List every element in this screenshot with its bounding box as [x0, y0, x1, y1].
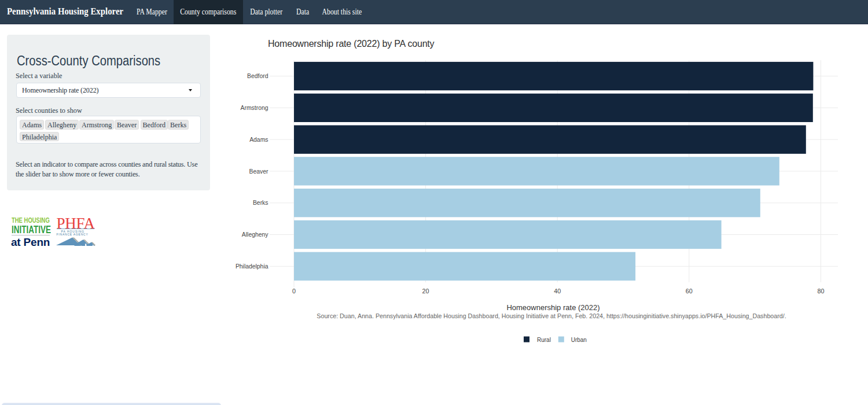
svg-text:Bedford: Bedford [247, 73, 269, 79]
svg-text:60: 60 [686, 288, 693, 294]
svg-text:0: 0 [292, 288, 296, 294]
svg-text:Beaver: Beaver [249, 168, 269, 175]
svg-text:Source: Duan, Anna. Pennsylvan: Source: Duan, Anna. Pennsylvania Afforda… [317, 312, 786, 319]
svg-text:Adams: Adams [249, 137, 268, 143]
svg-text:Urban: Urban [571, 337, 587, 343]
svg-text:Berks: Berks [253, 200, 269, 206]
svg-text:Armstrong: Armstrong [241, 105, 269, 111]
svg-text:Allegheny: Allegheny [242, 231, 269, 238]
svg-text:Rural: Rural [537, 337, 551, 343]
svg-text:20: 20 [422, 288, 429, 294]
svg-text:Homeownership rate (2022) by P: Homeownership rate (2022) by PA county [268, 39, 435, 49]
svg-text:80: 80 [817, 288, 824, 294]
svg-text:Homeownership rate (2022): Homeownership rate (2022) [506, 303, 599, 312]
svg-text:40: 40 [554, 288, 561, 294]
svg-text:Philadelphia: Philadelphia [236, 263, 269, 270]
